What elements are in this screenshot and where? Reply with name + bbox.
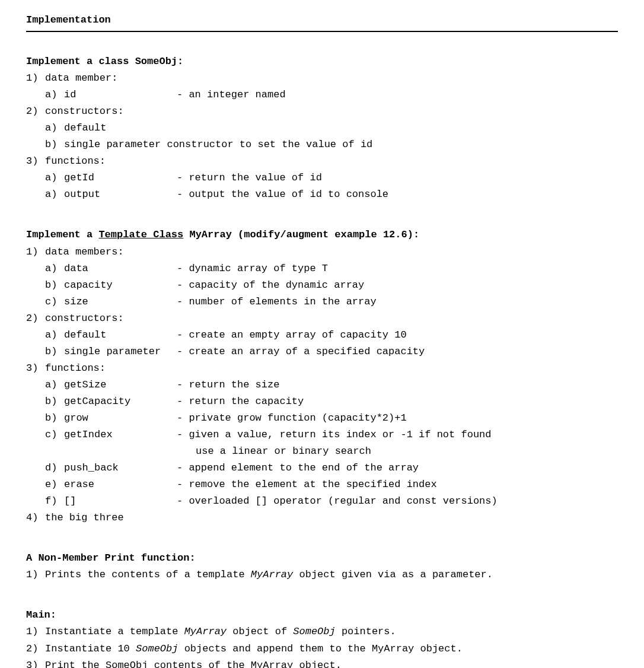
list-text: data member: [45, 70, 117, 87]
list-item: c)getIndex- given a value, return its in… [26, 427, 618, 443]
desc-continuation: use a linear or binary search [196, 443, 618, 460]
list-item: b)getCapacity- return the capacity [26, 393, 618, 410]
list-letter: b) [45, 136, 64, 153]
list-letter: b) [45, 410, 64, 427]
list-number: 1) [26, 624, 45, 640]
list-item: d)push_back- append element to the end o… [26, 460, 618, 476]
member-name: capacity [64, 277, 177, 294]
list-text: constructors: [45, 310, 124, 327]
list-number: 2) [26, 310, 45, 327]
member-name: erase [64, 476, 177, 493]
member-name: getId [64, 170, 177, 186]
list-text: Print the SomeObj contents of the MyArra… [45, 657, 342, 668]
list-number: 1) [26, 70, 45, 87]
member-desc: - dynamic array of type T [177, 260, 618, 277]
list-item: 1)data members: [26, 244, 618, 260]
list-number: 2) [26, 641, 45, 657]
list-item: a)data- dynamic array of type T [26, 260, 618, 277]
list-letter: c) [45, 427, 64, 443]
list-letter: d) [45, 460, 64, 476]
member-name: size [64, 294, 177, 310]
list-item: 2)constructors: [26, 103, 618, 120]
list-number: 3) [26, 153, 45, 170]
list-letter: a) [45, 186, 64, 203]
member-name: default [64, 120, 106, 136]
member-desc: - number of elements in the array [177, 294, 618, 310]
list-text: Instantiate 10 SomeObj objects and appen… [45, 641, 463, 657]
list-item: 1)data member: [26, 70, 618, 87]
list-item: b)single parameter constructor to set th… [26, 136, 618, 153]
page-title: Implementation [26, 12, 618, 32]
list-item: c)size- number of elements in the array [26, 294, 618, 310]
member-name: getSize [64, 377, 177, 393]
list-number: 1) [26, 567, 45, 583]
member-desc: - an integer named [177, 87, 618, 103]
list-letter: a) [45, 260, 64, 277]
list-letter: b) [45, 343, 64, 360]
member-desc: - output the value of id to console [177, 186, 618, 203]
list-item: a)default- create an empty array of capa… [26, 327, 618, 343]
section-header-print: A Non-Member Print function: [26, 550, 618, 567]
list-letter: e) [45, 476, 64, 493]
member-desc: - create an array of a specified capacit… [177, 343, 618, 360]
list-item: b)grow- private grow function (capacity*… [26, 410, 618, 427]
list-item: 3)functions: [26, 360, 618, 377]
list-item: 3)functions: [26, 153, 618, 170]
list-letter: a) [45, 170, 64, 186]
list-letter: a) [45, 87, 64, 103]
list-item: 2)Instantiate 10 SomeObj objects and app… [26, 641, 618, 657]
list-text: the big three [45, 510, 124, 526]
list-item: 4)the big three [26, 510, 618, 526]
list-item: e)erase- remove the element at the speci… [26, 476, 618, 493]
list-letter: a) [45, 327, 64, 343]
list-text: Prints the contents of a template MyArra… [45, 567, 493, 583]
list-item: a)output- output the value of id to cons… [26, 186, 618, 203]
member-name: [] [64, 493, 177, 510]
list-item: a)default [26, 120, 618, 136]
section-header-myarray: Implement a Template Class MyArray (modi… [26, 227, 618, 243]
member-desc: - overloaded [] operator (regular and co… [177, 493, 618, 510]
list-number: 4) [26, 510, 45, 526]
member-desc: - append element to the end of the array [177, 460, 618, 476]
member-desc: - private grow function (capacity*2)+1 [177, 410, 618, 427]
member-desc: - capacity of the dynamic array [177, 277, 618, 294]
list-item: b)capacity- capacity of the dynamic arra… [26, 277, 618, 294]
member-desc: - remove the element at the specified in… [177, 476, 618, 493]
list-text: functions: [45, 153, 106, 170]
list-text: functions: [45, 360, 106, 377]
list-item: a)getSize- return the size [26, 377, 618, 393]
section-header-main: Main: [26, 607, 618, 624]
list-text: Instantiate a template MyArray object of… [45, 624, 396, 640]
member-name: default [64, 327, 177, 343]
list-item: 3)Print the SomeObj contents of the MyAr… [26, 657, 618, 668]
list-letter: a) [45, 377, 64, 393]
list-text: data members: [45, 244, 124, 260]
list-item: b)single parameter- create an array of a… [26, 343, 618, 360]
member-name: getIndex [64, 427, 177, 443]
list-item: a)id- an integer named [26, 87, 618, 103]
list-letter: f) [45, 493, 64, 510]
list-letter: b) [45, 393, 64, 410]
list-number: 3) [26, 657, 45, 668]
member-name: grow [64, 410, 177, 427]
list-text: single parameter constructor to set the … [64, 136, 372, 153]
section-header-someobj: Implement a class SomeObj: [26, 53, 618, 70]
member-name: getCapacity [64, 393, 177, 410]
member-name: push_back [64, 460, 177, 476]
list-letter: a) [45, 120, 64, 136]
list-item: f)[]- overloaded [] operator (regular an… [26, 493, 618, 510]
member-desc: - return the size [177, 377, 618, 393]
member-desc: - create an empty array of capacity 10 [177, 327, 618, 343]
member-name: output [64, 186, 177, 203]
member-name: data [64, 260, 177, 277]
list-letter: c) [45, 294, 64, 310]
list-text: constructors: [45, 103, 124, 120]
member-name: id [64, 87, 177, 103]
member-desc: - return the value of id [177, 170, 618, 186]
list-item: 1)Instantiate a template MyArray object … [26, 624, 618, 640]
list-item: a)getId- return the value of id [26, 170, 618, 186]
list-item: 1)Prints the contents of a template MyAr… [26, 567, 618, 583]
list-number: 2) [26, 103, 45, 120]
list-number: 3) [26, 360, 45, 377]
list-letter: b) [45, 277, 64, 294]
